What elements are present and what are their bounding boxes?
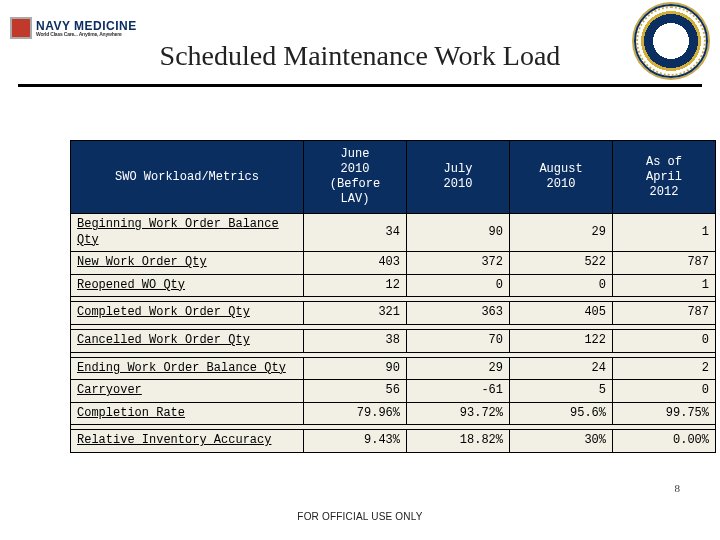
cell-value: 2 xyxy=(613,357,716,380)
workload-table: SWO Workload/Metrics June2010(BeforeLAV)… xyxy=(70,140,716,453)
table-row: New Work Order Qty403372522787 xyxy=(71,252,716,275)
row-label: Completed Work Order Qty xyxy=(71,302,304,325)
table-row: Carryover56-6150 xyxy=(71,380,716,403)
row-label: Reopened WO Qty xyxy=(71,274,304,297)
col-header: August2010 xyxy=(510,141,613,214)
row-label: Cancelled Work Order Qty xyxy=(71,329,304,352)
red-cross-icon xyxy=(10,17,32,39)
table-row: Cancelled Work Order Qty38701220 xyxy=(71,329,716,352)
cell-value: 0 xyxy=(407,274,510,297)
cell-value: 522 xyxy=(510,252,613,275)
table-row: Completed Work Order Qty321363405787 xyxy=(71,302,716,325)
row-label: New Work Order Qty xyxy=(71,252,304,275)
cell-value: 12 xyxy=(304,274,407,297)
brand-line-2: World Class Care... Anytime, Anywhere xyxy=(36,32,137,37)
cell-value: 0 xyxy=(510,274,613,297)
table-row: Reopened WO Qty12001 xyxy=(71,274,716,297)
col-header: July2010 xyxy=(407,141,510,214)
cell-value: 372 xyxy=(407,252,510,275)
row-label: Completion Rate xyxy=(71,402,304,425)
row-label: Beginning Work Order Balance Qty xyxy=(71,214,304,252)
navy-medicine-logo: NAVY MEDICINE World Class Care... Anytim… xyxy=(10,17,137,39)
cell-value: 99.75% xyxy=(613,402,716,425)
table-row: Ending Work Order Balance Qty9029242 xyxy=(71,357,716,380)
cell-value: 321 xyxy=(304,302,407,325)
table-row: Beginning Work Order Balance Qty3490291 xyxy=(71,214,716,252)
classification-footer: FOR OFFICIAL USE ONLY xyxy=(0,511,720,522)
cell-value: 93.72% xyxy=(407,402,510,425)
cell-value: 405 xyxy=(510,302,613,325)
cell-value: 9.43% xyxy=(304,430,407,453)
cell-value: -61 xyxy=(407,380,510,403)
row-header: SWO Workload/Metrics xyxy=(71,141,304,214)
row-label: Ending Work Order Balance Qty xyxy=(71,357,304,380)
slide-title: Scheduled Maintenance Work Load xyxy=(0,40,720,72)
cell-value: 1 xyxy=(613,214,716,252)
cell-value: 5 xyxy=(510,380,613,403)
cell-value: 90 xyxy=(407,214,510,252)
cell-value: 122 xyxy=(510,329,613,352)
title-rule xyxy=(18,84,702,87)
cell-value: 29 xyxy=(510,214,613,252)
cell-value: 30% xyxy=(510,430,613,453)
cell-value: 0 xyxy=(613,329,716,352)
cell-value: 70 xyxy=(407,329,510,352)
col-header: June2010(BeforeLAV) xyxy=(304,141,407,214)
cell-value: 0.00% xyxy=(613,430,716,453)
cell-value: 787 xyxy=(613,252,716,275)
cell-value: 90 xyxy=(304,357,407,380)
cell-value: 403 xyxy=(304,252,407,275)
page-number: 8 xyxy=(675,482,681,494)
brand-line-1: NAVY MEDICINE xyxy=(36,20,137,32)
cell-value: 24 xyxy=(510,357,613,380)
cell-value: 56 xyxy=(304,380,407,403)
cell-value: 1 xyxy=(613,274,716,297)
cell-value: 29 xyxy=(407,357,510,380)
table-row: Completion Rate79.96%93.72%95.6%99.75% xyxy=(71,402,716,425)
cell-value: 34 xyxy=(304,214,407,252)
workload-table-wrap: SWO Workload/Metrics June2010(BeforeLAV)… xyxy=(70,140,650,453)
cell-value: 0 xyxy=(613,380,716,403)
row-label: Carryover xyxy=(71,380,304,403)
cell-value: 79.96% xyxy=(304,402,407,425)
brand-text: NAVY MEDICINE World Class Care... Anytim… xyxy=(36,20,137,37)
col-header: As ofApril2012 xyxy=(613,141,716,214)
table-row: Relative Inventory Accuracy9.43%18.82%30… xyxy=(71,430,716,453)
cell-value: 95.6% xyxy=(510,402,613,425)
cell-value: 787 xyxy=(613,302,716,325)
cell-value: 38 xyxy=(304,329,407,352)
row-label: Relative Inventory Accuracy xyxy=(71,430,304,453)
cell-value: 363 xyxy=(407,302,510,325)
cell-value: 18.82% xyxy=(407,430,510,453)
